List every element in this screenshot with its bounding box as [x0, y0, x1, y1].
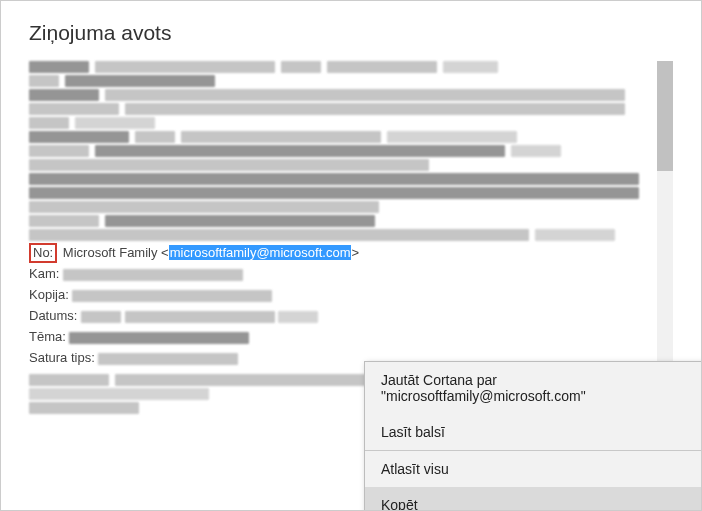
subject-label: Tēma: [29, 329, 66, 344]
from-name[interactable]: Microsoft Family [63, 245, 158, 260]
menu-read-aloud[interactable]: Lasīt balsī [365, 414, 702, 450]
window-title: Ziņojuma avots [29, 21, 673, 45]
menu-select-all[interactable]: Atlasīt visu [365, 451, 702, 487]
to-row: Kam: [29, 264, 655, 284]
context-menu: Jautāt Cortana par "microsoftfamily@micr… [364, 361, 702, 511]
content-area: No: Microsoft Family <microsoftfamily@mi… [29, 61, 673, 491]
menu-copy[interactable]: Kopēt [365, 487, 702, 511]
from-angle-open: < [161, 245, 169, 260]
from-email-selected[interactable]: microsoftfamily@microsoft.com [169, 245, 352, 260]
from-row: No: Microsoft Family <microsoftfamily@mi… [29, 243, 655, 263]
cc-label: Kopija: [29, 287, 69, 302]
cc-row: Kopija: [29, 285, 655, 305]
subject-row: Tēma: [29, 327, 655, 347]
content-type-label: Satura tips: [29, 350, 95, 365]
date-row: Datums: [29, 306, 655, 326]
to-label: Kam: [29, 266, 59, 281]
from-label-highlight: No: [29, 243, 57, 263]
from-angle-close: > [351, 245, 359, 260]
date-label: Datums: [29, 308, 77, 323]
menu-ask-cortana[interactable]: Jautāt Cortana par "microsoftfamily@micr… [365, 362, 702, 414]
message-source-window: Ziņojuma avots No: Microsoft Family [1, 1, 701, 491]
